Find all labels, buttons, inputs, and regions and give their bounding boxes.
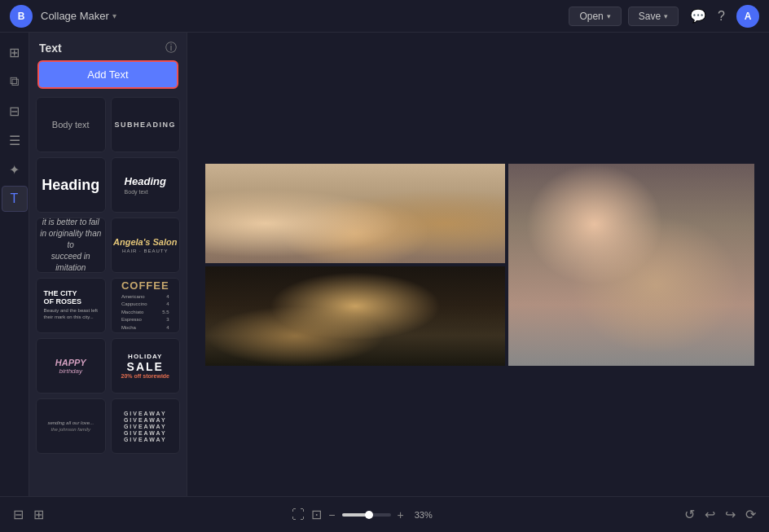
- template-subheading[interactable]: SUBHEADING: [111, 97, 181, 152]
- app-title: Collage Maker ▾: [41, 10, 116, 22]
- template-city[interactable]: THE CITYOF ROSES Beauty and the beast le…: [36, 278, 106, 333]
- title-chevron-icon[interactable]: ▾: [112, 11, 116, 20]
- template-body-text[interactable]: Body text: [36, 97, 106, 152]
- help-icon[interactable]: ?: [718, 9, 725, 24]
- topbar-icons: 💬 ? A: [690, 5, 759, 28]
- template-happy-birthday[interactable]: HAPPY birthday: [36, 338, 106, 394]
- zoom-level: 33%: [411, 510, 437, 520]
- bottom-center-controls: ⛶ ⊡ − + 33%: [292, 507, 436, 522]
- view-rows-icon[interactable]: ⊟: [13, 507, 24, 522]
- template-heading-large[interactable]: Heading: [36, 157, 106, 213]
- refresh-icon[interactable]: ↺: [684, 507, 695, 522]
- sidebar-item-list[interactable]: ☰: [2, 127, 28, 153]
- zoom-in-button[interactable]: +: [398, 508, 404, 521]
- template-holiday-sale[interactable]: HOLIDAY SALE 20% off storewide: [111, 338, 181, 394]
- icon-sidebar: ⊞ ⧉ ⊟ ☰ ✦ T: [0, 33, 29, 496]
- zoom-slider[interactable]: [342, 513, 391, 517]
- crop-icon[interactable]: ⊡: [311, 507, 322, 522]
- template-salon[interactable]: Angela's Salon HAIR · BEAUTY: [111, 218, 181, 273]
- text-panel-title: Text: [39, 42, 62, 55]
- photo-woman[interactable]: [508, 164, 754, 366]
- save-chevron-icon: ▾: [664, 12, 668, 20]
- app-logo: B: [10, 5, 33, 28]
- zoom-out-button[interactable]: −: [328, 508, 335, 521]
- sidebar-item-elements[interactable]: ✦: [2, 156, 28, 182]
- sidebar-item-layout[interactable]: ⊞: [2, 39, 28, 65]
- fit-screen-icon[interactable]: ⛶: [292, 508, 305, 522]
- bottom-bar: ⊟ ⊞ ⛶ ⊡ − + 33% ↺ ↩ ↪ ⟳: [0, 496, 769, 532]
- collage-canvas: [205, 164, 751, 366]
- templates-grid: Body text SUBHEADING Heading Heading Bod…: [29, 97, 187, 460]
- history-icon[interactable]: ⟳: [745, 507, 756, 522]
- undo-icon[interactable]: ↩: [705, 507, 715, 522]
- sidebar-item-grid[interactable]: ⊟: [2, 98, 28, 124]
- avatar[interactable]: A: [736, 5, 759, 28]
- info-icon[interactable]: ⓘ: [165, 41, 177, 55]
- template-giveaway[interactable]: GIVEAWAY GIVEAWAY GIVEAWAY GIVEAWAY GIVE…: [111, 398, 181, 454]
- canvas-area: [187, 33, 769, 496]
- bottom-left-controls: ⊟ ⊞: [13, 507, 44, 522]
- zoom-slider-fill: [342, 513, 367, 517]
- view-grid-icon[interactable]: ⊞: [33, 507, 44, 522]
- add-text-button[interactable]: Add Text: [37, 60, 178, 89]
- comment-icon[interactable]: 💬: [690, 8, 706, 24]
- template-script[interactable]: it is better to fail in originality than…: [36, 218, 106, 273]
- photo-statue[interactable]: [205, 266, 505, 366]
- bottom-right-controls: ↺ ↩ ↪ ⟳: [684, 507, 756, 522]
- redo-icon[interactable]: ↪: [725, 507, 736, 522]
- text-panel-header: Text ⓘ: [29, 33, 187, 60]
- template-sending[interactable]: sending all our love... the johnson fami…: [36, 398, 106, 454]
- zoom-control: − +: [328, 508, 403, 521]
- topbar: B Collage Maker ▾ Open ▾ Save ▾ 💬 ? A: [0, 0, 769, 33]
- zoom-slider-thumb: [365, 511, 373, 519]
- template-coffee[interactable]: COFFEE Americano4 Cappuccino4 Macchiato5…: [111, 278, 181, 333]
- sidebar-item-filter[interactable]: ⧉: [2, 68, 28, 95]
- main-area: ⊞ ⧉ ⊟ ☰ ✦ T Text ⓘ Add Text Body text SU…: [0, 33, 769, 496]
- save-button[interactable]: Save ▾: [628, 7, 679, 26]
- open-button[interactable]: Open ▾: [569, 7, 621, 26]
- template-heading-body[interactable]: Heading Body text: [111, 157, 181, 213]
- sidebar-item-text[interactable]: T: [2, 186, 28, 212]
- text-panel: Text ⓘ Add Text Body text SUBHEADING Hea…: [29, 33, 187, 496]
- photo-meeting[interactable]: [205, 164, 505, 263]
- open-chevron-icon: ▾: [607, 12, 611, 20]
